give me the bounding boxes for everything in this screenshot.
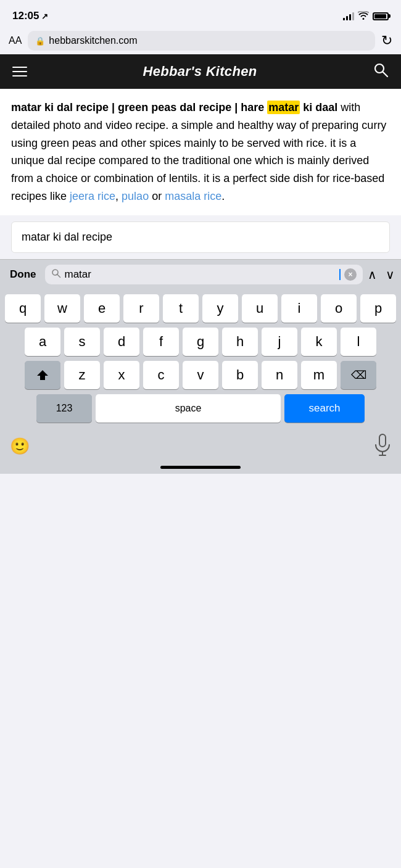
svg-line-1 xyxy=(382,72,387,77)
search-key[interactable]: search xyxy=(284,394,365,423)
microphone-button[interactable] xyxy=(374,434,391,460)
keyboard: q w e r t y u i o p a s d f g h j k l z … xyxy=(0,289,401,430)
signal-icon xyxy=(343,12,354,20)
key-x[interactable]: x xyxy=(104,361,139,389)
key-z[interactable]: z xyxy=(64,361,100,389)
masala-rice-link[interactable]: masala rice xyxy=(165,190,221,202)
keyboard-row-1: q w e r t y u i o p xyxy=(2,294,399,323)
highlighted-word: matar xyxy=(267,101,300,114)
find-clear-button[interactable]: × xyxy=(344,268,357,281)
done-button[interactable]: Done xyxy=(6,267,40,282)
key-p[interactable]: p xyxy=(360,294,396,323)
key-w[interactable]: w xyxy=(44,294,80,323)
menu-button[interactable] xyxy=(12,67,27,76)
find-search-icon xyxy=(51,268,61,280)
key-j[interactable]: j xyxy=(262,328,297,356)
wifi-icon xyxy=(358,11,369,22)
content-area: matar ki dal recipe | green peas dal rec… xyxy=(0,89,401,215)
battery-icon xyxy=(373,12,389,20)
pulao-link[interactable]: pulao xyxy=(122,190,149,202)
key-g[interactable]: g xyxy=(183,328,218,356)
svg-line-3 xyxy=(57,275,60,278)
refresh-button[interactable]: ↻ xyxy=(381,33,392,49)
home-indicator xyxy=(0,466,401,474)
url-text: hebbarskitchen.com xyxy=(49,35,137,46)
find-input-area[interactable]: matar × xyxy=(45,265,363,284)
find-in-page-result: matar ki dal recipe xyxy=(11,221,390,253)
key-y[interactable]: y xyxy=(202,294,238,323)
number-key[interactable]: 123 xyxy=(36,394,92,423)
status-bar: 12:05 ↗ xyxy=(0,0,401,27)
key-u[interactable]: u xyxy=(242,294,278,323)
home-bar xyxy=(160,466,241,469)
jeera-rice-link[interactable]: jeera rice xyxy=(70,190,115,202)
find-prev-button[interactable]: ∧ xyxy=(368,267,377,282)
key-b[interactable]: b xyxy=(222,361,258,389)
site-search-icon[interactable] xyxy=(373,62,389,81)
article-body: matar ki dal recipe | green peas dal rec… xyxy=(11,99,390,205)
key-v[interactable]: v xyxy=(183,361,218,389)
find-result-text: matar ki dal recipe xyxy=(22,231,112,243)
location-arrow-icon: ↗ xyxy=(41,12,48,21)
key-r[interactable]: r xyxy=(123,294,159,323)
find-bar: Done matar × ∧ ∨ xyxy=(0,259,401,289)
key-n[interactable]: n xyxy=(262,361,297,389)
font-size-control[interactable]: AA xyxy=(9,35,22,46)
text-cursor xyxy=(339,269,341,280)
key-t[interactable]: t xyxy=(163,294,199,323)
status-icons xyxy=(343,11,389,22)
key-i[interactable]: i xyxy=(281,294,317,323)
delete-key[interactable]: ⌫ xyxy=(341,361,376,389)
key-o[interactable]: o xyxy=(321,294,357,323)
find-input-text[interactable]: matar xyxy=(65,268,336,281)
key-m[interactable]: m xyxy=(301,361,337,389)
key-s[interactable]: s xyxy=(64,328,100,356)
browser-bar: AA 🔒 hebbarskitchen.com ↻ xyxy=(0,27,401,54)
keyboard-row-3: z x c v b n m ⌫ xyxy=(2,361,399,389)
key-q[interactable]: q xyxy=(5,294,41,323)
status-time: 12:05 ↗ xyxy=(12,10,48,22)
lock-icon: 🔒 xyxy=(35,36,45,46)
site-title: Hebbar's Kitchen xyxy=(143,64,257,80)
url-bar[interactable]: 🔒 hebbarskitchen.com xyxy=(28,31,375,51)
emoji-button[interactable]: 🙂 xyxy=(10,437,30,456)
key-h[interactable]: h xyxy=(222,328,258,356)
svg-rect-4 xyxy=(379,434,386,447)
shift-key[interactable] xyxy=(25,361,60,389)
time-display: 12:05 xyxy=(12,10,39,22)
keyboard-row-4: 123 space search xyxy=(2,394,399,423)
keyboard-row-2: a s d f g h j k l xyxy=(2,328,399,356)
site-header: Hebbar's Kitchen xyxy=(0,54,401,89)
key-l[interactable]: l xyxy=(341,328,376,356)
key-f[interactable]: f xyxy=(143,328,179,356)
find-nav: ∧ ∨ xyxy=(368,267,395,282)
space-key[interactable]: space xyxy=(96,394,281,423)
key-a[interactable]: a xyxy=(25,328,60,356)
article-bold-intro: matar ki dal recipe | green peas dal rec… xyxy=(11,101,337,114)
key-e[interactable]: e xyxy=(84,294,120,323)
key-c[interactable]: c xyxy=(143,361,179,389)
key-k[interactable]: k xyxy=(301,328,337,356)
emoji-row: 🙂 xyxy=(0,430,401,466)
key-d[interactable]: d xyxy=(104,328,139,356)
find-next-button[interactable]: ∨ xyxy=(386,267,395,282)
